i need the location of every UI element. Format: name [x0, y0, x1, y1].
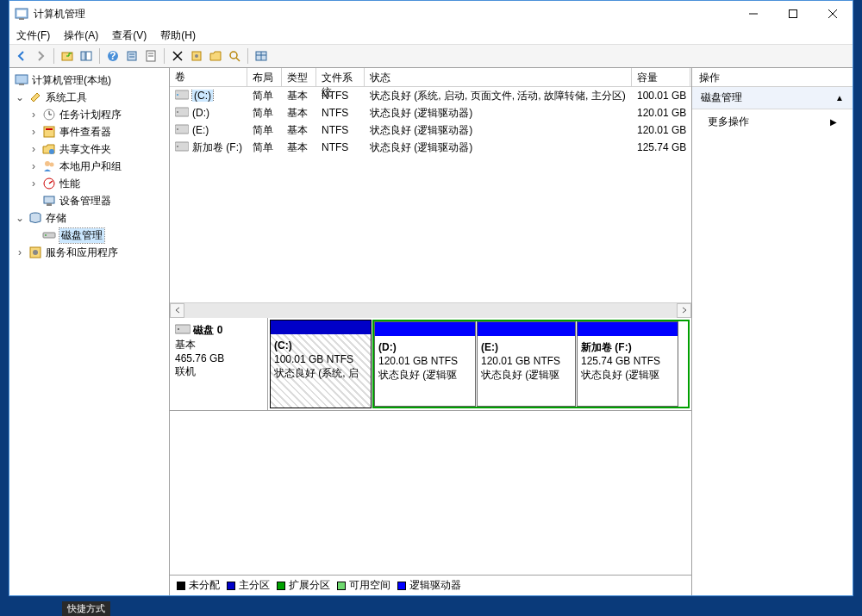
expand-icon[interactable]: ›	[28, 177, 39, 190]
submenu-arrow-icon: ▶	[830, 117, 837, 127]
maximize-button[interactable]	[773, 1, 813, 27]
col-capacity[interactable]: 容量	[632, 68, 690, 86]
actions-pane: 操作 磁盘管理 ▲ 更多操作 ▶	[692, 68, 853, 595]
menu-action[interactable]: 操作(A)	[64, 28, 98, 43]
horizontal-scrollbar[interactable]	[170, 302, 691, 317]
partition-header	[578, 322, 678, 336]
up-button[interactable]	[59, 47, 76, 65]
svg-rect-8	[81, 52, 85, 60]
tree-system-tools[interactable]: ⌄ 系统工具	[11, 89, 167, 106]
close-button[interactable]	[813, 1, 853, 27]
tree-services-apps[interactable]: › 服务和应用程序	[11, 244, 167, 261]
performance-icon	[42, 177, 56, 190]
tree-performance[interactable]: › 性能	[11, 175, 167, 192]
cell-layout: 简单	[247, 106, 282, 121]
svg-point-22	[230, 52, 237, 59]
disk-row: 磁盘 0 基本 465.76 GB 联机 (C:)100.01 GB NTFS状…	[170, 318, 691, 411]
menubar: 文件(F) 操作(A) 查看(V) 帮助(H)	[9, 27, 853, 44]
disk-info[interactable]: 磁盘 0 基本 465.76 GB 联机	[170, 318, 268, 410]
settings-icon[interactable]	[188, 47, 205, 65]
col-layout[interactable]: 布局	[247, 68, 282, 86]
tree-disk-management[interactable]: 磁盘管理	[11, 227, 167, 244]
refresh-button[interactable]	[142, 47, 159, 65]
tree-local-users[interactable]: › 本地用户和组	[11, 158, 167, 175]
svg-point-35	[45, 161, 50, 166]
collapse-arrow-icon: ▲	[835, 93, 844, 103]
scroll-track[interactable]	[184, 303, 677, 318]
list-button[interactable]	[253, 47, 270, 65]
svg-point-45	[33, 250, 38, 255]
scroll-right-button[interactable]	[677, 303, 691, 318]
folder-icon[interactable]	[207, 47, 224, 65]
scroll-left-button[interactable]	[170, 303, 184, 318]
back-button[interactable]	[13, 47, 30, 65]
tree-shared-folders[interactable]: › 共享文件夹	[11, 140, 167, 158]
users-icon	[42, 159, 56, 173]
expand-icon[interactable]: ›	[15, 246, 25, 258]
legend-extended: 扩展分区	[277, 578, 330, 593]
legend: 未分配 主分区 扩展分区 可用空间 逻辑驱动器	[170, 575, 691, 595]
svg-rect-54	[175, 325, 191, 333]
storage-icon	[28, 211, 42, 225]
col-filesystem[interactable]: 文件系统	[316, 68, 365, 86]
extended-partition-group: (D:)120.01 GB NTFS状态良好 (逻辑驱(E:)120.01 GB…	[372, 320, 690, 408]
show-hide-tree-button[interactable]	[78, 47, 95, 65]
svg-rect-40	[47, 203, 52, 206]
partition[interactable]: 新加卷 (F:)125.74 GB NTFS状态良好 (逻辑驱	[577, 321, 678, 407]
svg-point-53	[177, 146, 178, 147]
partition-body: (C:)100.01 GB NTFS状态良好 (系统, 启	[271, 334, 371, 408]
cell-status: 状态良好 (逻辑驱动器)	[365, 123, 632, 138]
actions-more[interactable]: 更多操作 ▶	[692, 109, 853, 134]
volume-label: (C:)	[192, 90, 213, 102]
col-type[interactable]: 类型	[282, 68, 316, 86]
table-row[interactable]: (C:)简单基本NTFS状态良好 (系统, 启动, 页面文件, 活动, 故障转储…	[170, 87, 691, 104]
disk-status: 联机	[175, 364, 262, 379]
tree-task-scheduler[interactable]: › 任务计划程序	[11, 106, 167, 123]
expand-icon[interactable]: ›	[28, 109, 39, 121]
tree-root[interactable]: 计算机管理(本地)	[11, 72, 167, 89]
svg-point-21	[195, 54, 198, 58]
svg-rect-32	[44, 127, 54, 137]
forward-button[interactable]	[32, 47, 49, 65]
search-icon[interactable]	[226, 47, 243, 65]
cell-capacity: 125.74 GB	[632, 141, 690, 153]
partition[interactable]: (D:)120.01 GB NTFS状态良好 (逻辑驱	[374, 321, 476, 407]
menu-help[interactable]: 帮助(H)	[160, 28, 196, 43]
table-row[interactable]: (E:)简单基本NTFS状态良好 (逻辑驱动器)120.01 GB	[170, 121, 691, 139]
partition-header	[375, 322, 475, 336]
actions-header: 操作	[692, 68, 853, 87]
partition[interactable]: (C:)100.01 GB NTFS状态良好 (系统, 启	[270, 320, 372, 408]
disk-icon	[42, 228, 56, 242]
expand-icon[interactable]: ›	[28, 160, 39, 172]
cell-filesystem: NTFS	[316, 124, 365, 136]
menu-view[interactable]: 查看(V)	[112, 28, 147, 43]
partition[interactable]: (E:)120.01 GB NTFS状态良好 (逻辑驱	[477, 321, 576, 407]
svg-point-34	[49, 149, 54, 154]
help-button[interactable]: ?	[104, 47, 122, 65]
expand-icon[interactable]: ›	[28, 143, 39, 155]
disk-partitions: (C:)100.01 GB NTFS状态良好 (系统, 启(D:)120.01 …	[268, 318, 691, 410]
col-status[interactable]: 状态	[365, 68, 632, 86]
disk-graphical-view: 磁盘 0 基本 465.76 GB 联机 (C:)100.01 GB NTFS状…	[170, 318, 691, 595]
actions-section-disk-management[interactable]: 磁盘管理 ▲	[692, 87, 853, 109]
svg-point-43	[45, 234, 47, 236]
partition-body: (D:)120.01 GB NTFS状态良好 (逻辑驱	[375, 336, 475, 406]
svg-rect-9	[86, 52, 91, 60]
cell-status: 状态良好 (系统, 启动, 页面文件, 活动, 故障转储, 主分区)	[365, 89, 632, 103]
svg-text:?: ?	[109, 50, 116, 62]
tree-storage[interactable]: ⌄ 存储	[11, 209, 167, 227]
expand-icon[interactable]: ›	[28, 126, 39, 138]
tree-event-viewer[interactable]: › 事件查看器	[11, 123, 167, 140]
volume-icon	[175, 90, 189, 102]
collapse-icon[interactable]: ⌄	[15, 91, 25, 103]
menu-file[interactable]: 文件(F)	[16, 28, 50, 43]
delete-icon[interactable]	[169, 47, 186, 65]
tree-device-manager[interactable]: 设备管理器	[11, 192, 167, 209]
table-row[interactable]: 新加卷 (F:)简单基本NTFS状态良好 (逻辑驱动器)125.74 GB	[170, 139, 691, 156]
table-row[interactable]: (D:)简单基本NTFS状态良好 (逻辑驱动器)120.01 GB	[170, 104, 691, 121]
collapse-icon[interactable]: ⌄	[15, 212, 25, 224]
properties-button[interactable]	[123, 47, 141, 65]
col-volume[interactable]: 卷	[170, 68, 247, 86]
minimize-button[interactable]	[734, 1, 773, 27]
svg-point-36	[50, 163, 54, 167]
